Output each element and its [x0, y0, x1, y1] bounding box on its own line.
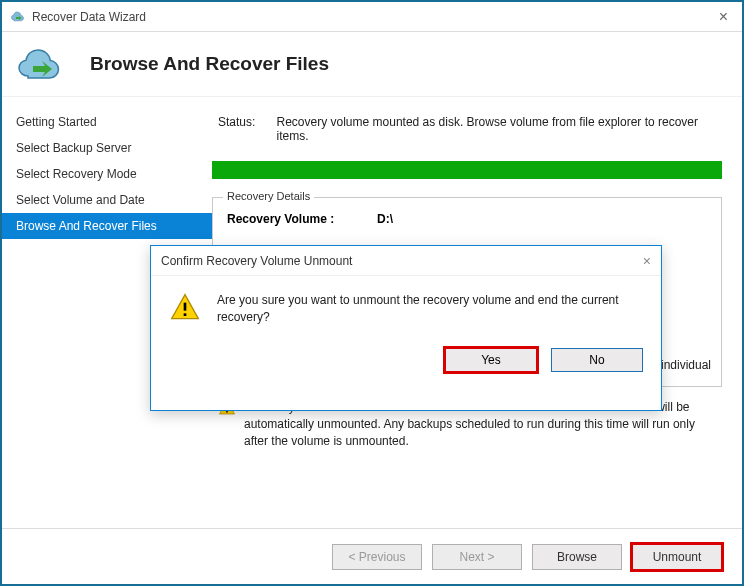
- svg-rect-1: [226, 411, 228, 413]
- dialog-titlebar: Confirm Recovery Volume Unmount ×: [151, 246, 661, 276]
- dialog-message: Are you sure you want to unmount the rec…: [217, 292, 643, 328]
- app-logo-icon: [10, 9, 26, 25]
- wizard-header: Browse And Recover Files: [2, 32, 742, 96]
- recovery-details-legend: Recovery Details: [223, 190, 314, 202]
- window-title: Recover Data Wizard: [32, 10, 146, 24]
- svg-rect-2: [184, 303, 187, 311]
- sidebar-item-select-recovery-mode[interactable]: Select Recovery Mode: [2, 161, 212, 187]
- svg-rect-3: [184, 313, 187, 316]
- titlebar: Recover Data Wizard ×: [2, 2, 742, 32]
- unmount-button[interactable]: Unmount: [632, 544, 722, 570]
- status-text: Recovery volume mounted as disk. Browse …: [277, 115, 722, 143]
- page-title: Browse And Recover Files: [90, 53, 329, 75]
- sidebar-item-select-backup-server[interactable]: Select Backup Server: [2, 135, 212, 161]
- browse-button[interactable]: Browse: [532, 544, 622, 570]
- recovery-volume-row: Recovery Volume : D:\: [227, 212, 707, 226]
- warning-icon: [169, 292, 205, 328]
- previous-button: < Previous: [332, 544, 422, 570]
- recovery-volume-label: Recovery Volume :: [227, 212, 377, 226]
- window-close-button[interactable]: ×: [713, 8, 734, 26]
- next-button: Next >: [432, 544, 522, 570]
- progress-bar: [212, 161, 722, 179]
- status-label: Status:: [218, 115, 277, 143]
- wizard-footer: < Previous Next > Browse Unmount: [2, 528, 742, 584]
- dialog-yes-button[interactable]: Yes: [445, 348, 537, 372]
- sidebar-item-getting-started[interactable]: Getting Started: [2, 109, 212, 135]
- sidebar-item-select-volume-date[interactable]: Select Volume and Date: [2, 187, 212, 213]
- recovery-volume-value: D:\: [377, 212, 393, 226]
- dialog-no-button[interactable]: No: [551, 348, 643, 372]
- dialog-body: Are you sure you want to unmount the rec…: [151, 276, 661, 338]
- dialog-button-row: Yes No: [151, 338, 661, 386]
- dialog-title: Confirm Recovery Volume Unmount: [161, 254, 352, 268]
- sidebar-item-browse-recover[interactable]: Browse And Recover Files: [2, 213, 212, 239]
- wizard-window: Recover Data Wizard × Browse And Recover…: [0, 0, 744, 586]
- header-logo-icon: [16, 44, 66, 84]
- status-row: Status: Recovery volume mounted as disk.…: [212, 115, 722, 143]
- confirm-unmount-dialog: Confirm Recovery Volume Unmount × Are yo…: [150, 245, 662, 411]
- dialog-close-button[interactable]: ×: [643, 253, 651, 269]
